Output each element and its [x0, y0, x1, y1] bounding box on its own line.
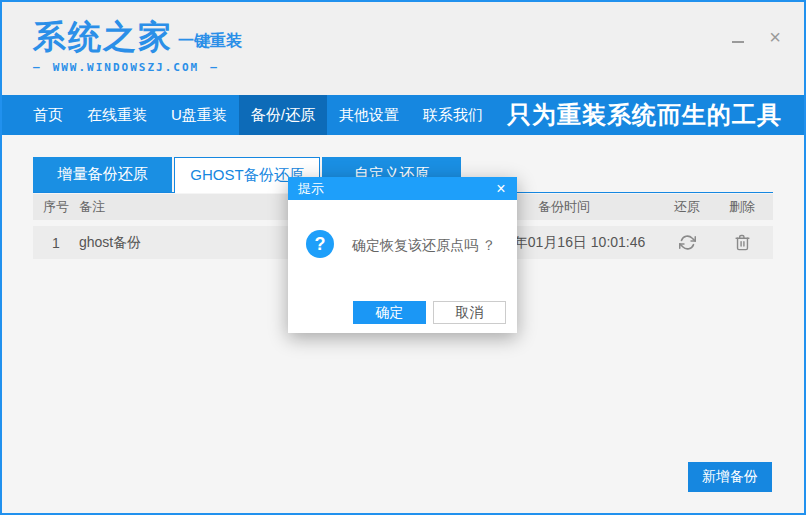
nav-item-other-settings[interactable]: 其他设置 [327, 95, 411, 135]
tab-incremental-backup-restore[interactable]: 增量备份还原 [33, 157, 172, 192]
column-header-index: 序号 [33, 198, 79, 216]
nav-slogan: 只为重装系统而生的工具 [507, 99, 782, 131]
dialog-title: 提示 [298, 180, 324, 198]
main-nav: 首页 在线重装 U盘重装 备份/还原 其他设置 联系我们 只为重装系统而生的工具 [2, 95, 804, 135]
cancel-button[interactable]: 取消 [433, 301, 506, 324]
nav-item-backup-restore[interactable]: 备份/还原 [239, 95, 327, 135]
logo-subtitle: 一键重装 [178, 31, 242, 52]
logo-title: 系统之家 [33, 20, 173, 53]
column-header-delete: 删除 [715, 198, 769, 216]
confirm-button[interactable]: 确定 [353, 301, 426, 324]
nav-item-usb-reinstall[interactable]: U盘重装 [159, 95, 239, 135]
nav-item-contact-us[interactable]: 联系我们 [411, 95, 495, 135]
dash-decoration: — [210, 61, 219, 74]
question-mark-icon: ? [306, 230, 334, 258]
nav-item-online-reinstall[interactable]: 在线重装 [75, 95, 159, 135]
minimize-icon[interactable] [727, 28, 749, 46]
dash-decoration: — [33, 61, 42, 74]
refresh-icon[interactable] [679, 234, 696, 251]
app-window: 系统之家 一键重装 — WWW.WINDOWSZJ.COM — × 首页 在线重… [0, 0, 806, 515]
row-index: 1 [33, 235, 79, 251]
logo-website: — WWW.WINDOWSZJ.COM — [33, 61, 219, 74]
logo-website-text: WWW.WINDOWSZJ.COM [53, 61, 200, 74]
nav-item-home[interactable]: 首页 [21, 95, 75, 135]
trash-icon[interactable] [734, 234, 751, 251]
window-controls: × [727, 28, 786, 46]
app-header: 系统之家 一键重装 — WWW.WINDOWSZJ.COM — × [2, 2, 804, 95]
confirm-dialog: 提示 × ? 确定恢复该还原点吗 ？ 确定 取消 [288, 177, 517, 333]
dialog-close-icon[interactable]: × [493, 181, 509, 197]
close-icon[interactable]: × [764, 28, 786, 46]
add-backup-button[interactable]: 新增备份 [688, 462, 772, 492]
dialog-message: 确定恢复该还原点吗 ？ [352, 237, 496, 255]
logo: 系统之家 一键重装 [33, 20, 242, 53]
column-header-restore: 还原 [659, 198, 715, 216]
dialog-titlebar: 提示 × [288, 177, 517, 200]
